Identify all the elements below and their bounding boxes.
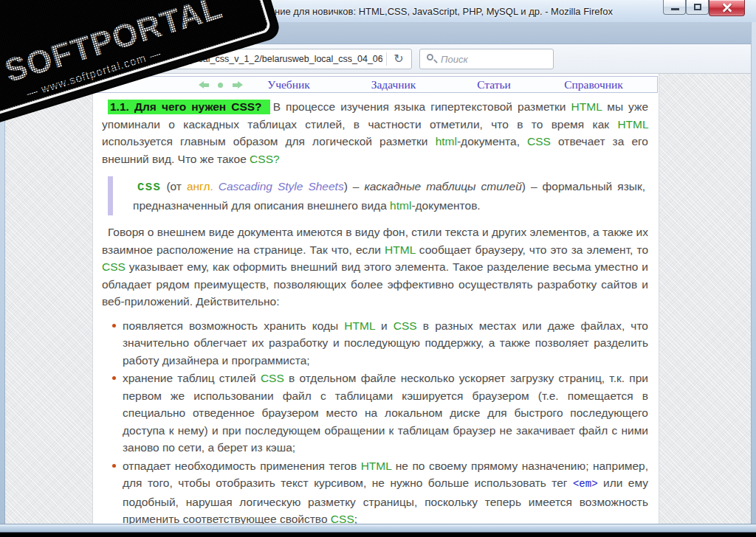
benefits-list: появляется возможность хранить коды HTML…: [102, 317, 648, 524]
restore-icon: [694, 4, 701, 10]
reload-icon[interactable]: ↻: [389, 51, 408, 67]
search-input[interactable]: [441, 49, 549, 69]
list-item: хранение таблиц стилей CSS в отдельном ф…: [123, 370, 648, 457]
url-separator: [386, 52, 387, 66]
body-paragraph: Говоря о внешнем виде документа имеются …: [102, 224, 648, 311]
site-menu-bar: Учебник Задачник Статьи Справочник: [94, 76, 658, 93]
next-page-icon[interactable]: [238, 81, 243, 89]
list-item: появляется возможность хранить коды HTML…: [123, 317, 648, 370]
minimize-icon: [671, 8, 679, 10]
intro-paragraph: 1.1. Для чего нужен CSS? В процессе изуч…: [102, 98, 648, 167]
close-button[interactable]: [709, 0, 745, 16]
page-nav-arrows[interactable]: [199, 81, 244, 89]
restore-button[interactable]: [686, 0, 709, 15]
window-title: ние для новичков: HTML,CSS, JavaScript, …: [275, 6, 613, 17]
menu-link-stati[interactable]: Статьи: [477, 78, 511, 91]
page-viewport: Учебник Задачник Статьи Справочник 1.1. …: [0, 74, 756, 524]
definition-quote: CSS (от англ. Cascading Style Sheets) – …: [108, 176, 645, 215]
search-box[interactable]: [419, 49, 554, 69]
minimize-button[interactable]: [663, 0, 686, 15]
menu-link-uchebnik[interactable]: Учебник: [267, 78, 310, 91]
menu-link-spravochnik[interactable]: Справочник: [564, 78, 623, 91]
menu-link-zadachnik[interactable]: Задачник: [371, 78, 416, 91]
close-icon: [721, 1, 732, 13]
firefox-window: ние для новичков: HTML,CSS, JavaScript, …: [0, 0, 756, 537]
window-border-right: [751, 22, 756, 533]
up-page-icon[interactable]: [218, 83, 223, 88]
prev-page-icon[interactable]: [199, 81, 204, 89]
article-content: 1.1. Для чего нужен CSS? В процессе изуч…: [93, 93, 659, 524]
search-icon: [427, 54, 435, 62]
content-column: Учебник Задачник Статьи Справочник 1.1. …: [92, 74, 659, 524]
window-border-bottom: [0, 524, 756, 533]
list-item: отпадает необходимость применения тегов …: [123, 457, 648, 524]
